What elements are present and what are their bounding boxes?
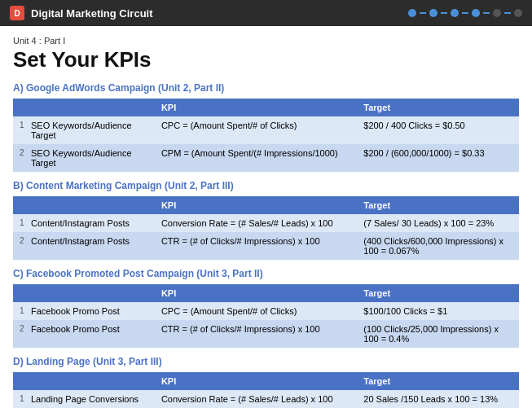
- row-kpi-cell: CTR = (# of Clicks/# Impressions) x 100: [155, 232, 357, 260]
- progress-dot-5: [493, 9, 501, 17]
- progress-dot-1: [408, 9, 416, 17]
- row-number: 2: [20, 148, 28, 157]
- row-label: Content/Instagram Posts: [31, 236, 130, 246]
- row-label: SEO Keywords/Audience Target: [31, 148, 148, 168]
- row-number: 1: [20, 306, 28, 315]
- section-b-title: B) Content Marketing Campaign (Unit 2, P…: [13, 180, 519, 191]
- progress-line-3: [462, 12, 468, 14]
- row-target-cell: $200 / 400 Clicks = $0.50: [357, 116, 519, 144]
- row-kpi-cell: CPC = (Amount Spent/# of Clicks): [155, 302, 357, 320]
- section-d-table: KPI Target 1Landing Page ConversionsConv…: [13, 372, 519, 408]
- section-d-col-kpi: KPI: [155, 372, 357, 390]
- row-label-cell: 2Facebook Promo Post: [13, 320, 155, 338]
- row-kpi-cell: Conversion Rate = (# Sales/# Leads) x 10…: [155, 214, 357, 232]
- table-row: 2Content/Instagram PostsCTR = (# of Clic…: [13, 232, 519, 260]
- table-row: 1Content/Instagram PostsConversion Rate …: [13, 214, 519, 232]
- row-number: 1: [20, 121, 28, 129]
- row-label-cell: 1Landing Page Conversions: [13, 390, 155, 408]
- row-target-cell: $100/100 Clicks = $1: [357, 302, 519, 320]
- section-c-table: KPI Target 1Facebook Promo PostCPC = (Am…: [13, 284, 519, 348]
- app-icon: D: [10, 6, 24, 20]
- progress-line-4: [483, 12, 490, 14]
- row-label: Content/Instagram Posts: [31, 218, 130, 228]
- progress-dot-4: [472, 9, 480, 17]
- section-b-col-label: [13, 196, 155, 214]
- row-label: Landing Page Conversions: [31, 394, 138, 404]
- table-row: 1Facebook Promo PostCPC = (Amount Spent/…: [13, 302, 519, 320]
- unit-label: Unit 4 : Part I: [13, 36, 519, 46]
- row-number: 1: [20, 394, 28, 403]
- section-d-col-target: Target: [357, 372, 519, 390]
- row-kpi-cell: CTR = (# of Clicks/# Impressions) x 100: [155, 320, 357, 348]
- section-a-col-label: [13, 99, 155, 116]
- section-c-col-target: Target: [357, 284, 519, 302]
- row-target-cell: $200 / (600,000/1000) = $0.33: [357, 144, 519, 172]
- title-bar-left: D Digital Marketing Circuit: [10, 6, 153, 20]
- main-content: Unit 4 : Part I Set Your KPIs A) Google …: [0, 26, 532, 408]
- section-b-table: KPI Target 1Content/Instagram PostsConve…: [13, 196, 519, 260]
- row-label: Facebook Promo Post: [31, 324, 120, 334]
- row-label: SEO Keywords/Audience Target: [31, 121, 148, 140]
- section-d-title: D) Landing Page (Unit 3, Part III): [13, 356, 519, 367]
- row-number: 2: [20, 236, 28, 245]
- row-target-cell: (7 Sales/ 30 Leads) x 100 = 23%: [357, 214, 519, 232]
- row-number: 1: [20, 218, 28, 227]
- table-row: 2Facebook Promo PostCTR = (# of Clicks/#…: [13, 320, 519, 348]
- progress-indicator: [408, 9, 522, 17]
- section-c-col-label: [13, 284, 155, 302]
- progress-dot-2: [429, 9, 437, 17]
- title-bar: D Digital Marketing Circuit: [0, 0, 532, 26]
- app-title: Digital Marketing Circuit: [31, 7, 153, 20]
- table-row: 2SEO Keywords/Audience TargetCPM = (Amou…: [13, 144, 519, 172]
- section-b-col-kpi: KPI: [155, 196, 357, 214]
- progress-line-1: [420, 12, 426, 14]
- section-a-col-kpi: KPI: [155, 99, 357, 116]
- section-a-col-target: Target: [357, 99, 519, 116]
- row-target-cell: (400 Clicks/600,000 Impressions) x 100 =…: [357, 232, 519, 260]
- section-b-col-target: Target: [357, 196, 519, 214]
- table-row: 1Landing Page ConversionsConversion Rate…: [13, 390, 519, 408]
- row-label-cell: 1SEO Keywords/Audience Target: [13, 116, 155, 144]
- row-target-cell: (100 Clicks/25,000 Impressions) x 100 = …: [357, 320, 519, 348]
- progress-line-5: [504, 12, 511, 14]
- row-label-cell: 1Facebook Promo Post: [13, 302, 155, 320]
- progress-dot-6: [514, 9, 522, 17]
- row-label-cell: 2Content/Instagram Posts: [13, 232, 155, 250]
- row-kpi-cell: CPM = (Amount Spent/(# Impressions/1000): [155, 144, 357, 172]
- progress-line-2: [441, 12, 447, 14]
- row-number: 2: [20, 324, 28, 333]
- section-d-col-label: [13, 372, 155, 390]
- row-label: Facebook Promo Post: [31, 306, 120, 316]
- row-kpi-cell: Conversion Rate = (# Sales/# Leads) x 10…: [155, 390, 357, 408]
- section-a-table: KPI Target 1SEO Keywords/Audience Target…: [13, 99, 519, 172]
- section-c-col-kpi: KPI: [155, 284, 357, 302]
- table-row: 1SEO Keywords/Audience TargetCPC = (Amou…: [13, 116, 519, 144]
- row-label-cell: 1Content/Instagram Posts: [13, 214, 155, 232]
- row-kpi-cell: CPC = (Amount Spent/# of Clicks): [155, 116, 357, 144]
- row-target-cell: 20 Sales /150 Leads x 100 = 13%: [357, 390, 519, 408]
- section-c-title: C) Facebook Promoted Post Campaign (Unit…: [13, 268, 519, 279]
- row-label-cell: 2SEO Keywords/Audience Target: [13, 144, 155, 172]
- section-a-title: A) Google AdWords Campaign (Unit 2, Part…: [13, 82, 519, 94]
- page-title: Set Your KPIs: [13, 47, 519, 72]
- progress-dot-3: [451, 9, 459, 17]
